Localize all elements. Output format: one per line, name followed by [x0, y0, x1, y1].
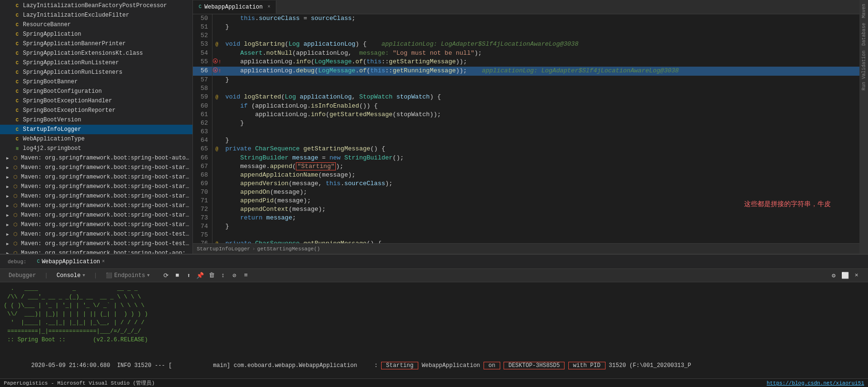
code-line-50: 50 this.sourceClass = sourceClass; — [193, 14, 859, 23]
sidebar-item-spring-app-run-listeners[interactable]: C SpringApplicationRunListeners — [0, 68, 192, 77]
item-icon-maven-autoconfigure: ⬡ — [11, 154, 19, 162]
line-content-65: private CharSequence getStartingMessage(… — [222, 145, 859, 154]
code-line-51: 51} — [193, 23, 859, 31]
breakpoint-icon: ⦿ — [212, 68, 218, 74]
debug-label: debug: — [4, 259, 30, 265]
code-line-57: 57} — [193, 76, 859, 84]
editor-tab-bar: C WebappApplication × — [193, 0, 859, 14]
sidebar-item-spring-boot-version[interactable]: C SpringBootVersion — [0, 115, 192, 125]
bookmark-icon: @ — [215, 241, 218, 243]
clear-button[interactable]: 🗑 — [207, 271, 216, 280]
sidebar-item-startup-info-logger[interactable]: C StartupInfoLogger — [0, 125, 192, 134]
console-output[interactable]: . ____ _ __ _ _ /\\ / ___'_ __ _ _(_)_ _… — [0, 282, 868, 378]
tab-endpoints-dropdown[interactable]: ▼ — [147, 273, 150, 278]
code-line-74: 74} — [193, 222, 859, 231]
sidebar-item-maven-starter-json[interactable]: ▶ ⬡ Maven: org.springframework.boot:spri… — [0, 172, 192, 182]
rerun-button[interactable]: ⟳ — [161, 271, 171, 280]
tab-dropdown[interactable]: ▼ — [82, 273, 85, 278]
line-number-62: 62 — [193, 119, 212, 128]
sidebar-item-spring-app-banner-printer[interactable]: C SpringApplicationBannerPrinter — [0, 39, 192, 49]
code-scroll-area[interactable]: 50 this.sourceClass = sourceClass;51}525… — [193, 14, 859, 243]
cog-button[interactable]: ≡ — [241, 271, 251, 280]
item-label-maven-boot-test-auto: Maven: org.springframework.boot:spring-b… — [21, 240, 191, 247]
tree-arrow-maven-boot-test: ▶ — [4, 230, 11, 238]
maximize-button[interactable]: ⬜ — [840, 271, 850, 280]
sidebar-item-maven-starter-tomcat[interactable]: ▶ ⬡ Maven: org.springframework.boot:spri… — [0, 201, 192, 210]
line-gutter-62 — [212, 119, 222, 128]
tab-console[interactable]: Console ▼ — [52, 270, 90, 281]
tab-close-button[interactable]: × — [267, 4, 270, 10]
line-number-60: 60 — [193, 102, 212, 110]
line-content-58 — [222, 84, 859, 93]
line-number-67: 67 — [193, 162, 212, 171]
scroll-button[interactable]: ↕ — [218, 271, 228, 280]
line-content-55: applicationLog.info(LogMessage.of(this::… — [222, 58, 859, 67]
sidebar-item-maven-aop[interactable]: ▶ ⬡ Maven: org.springframework.boot:spri… — [0, 248, 192, 254]
sidebar-item-lazy-filter[interactable]: C LazyInitializationExcludeFilter — [0, 10, 192, 20]
sidebar-item-maven-starter-web[interactable]: ▶ ⬡ Maven: org.springframework.boot:spri… — [0, 220, 192, 229]
stop-button[interactable]: ■ — [172, 271, 182, 280]
sidebar-item-log4j2[interactable]: ≋ log4j2.springboot — [0, 144, 192, 153]
line-content-74: } — [222, 222, 859, 231]
console-line: \\/ ___)| |_)| | | | | || (_| | ) ) ) ) — [4, 310, 864, 318]
line-content-67: message.append("Starting"); — [222, 162, 859, 171]
item-icon-maven-starter-logging: ⬡ — [11, 183, 19, 190]
code-line-65: 65@private CharSequence getStartingMessa… — [193, 145, 859, 154]
sidebar-item-lazy-factory[interactable]: C LazyInitializationBeanFactoryPostProce… — [0, 1, 192, 10]
tab-close-bottom[interactable]: × — [102, 259, 105, 264]
pin-button[interactable]: 📌 — [195, 271, 205, 280]
tab-debugger[interactable]: Debugger — [4, 270, 41, 281]
tab-webapp-bottom[interactable]: C WebappApplication × — [32, 257, 110, 267]
item-label-resource-banner: ResourceBanner — [23, 21, 71, 28]
restore-button[interactable]: ⬆ — [184, 271, 193, 280]
sidebar-item-spring-application[interactable]: C SpringApplication — [0, 30, 192, 39]
item-label-spring-app-run-listener: SpringApplicationRunListener — [23, 60, 119, 66]
line-gutter-53: @ — [212, 40, 222, 49]
sidebar-item-maven-autoconfigure[interactable]: ▶ ⬡ Maven: org.springframework.boot:spri… — [0, 153, 192, 163]
line-gutter-70 — [212, 188, 222, 197]
sidebar-item-web-app-type[interactable]: C WebApplicationType — [0, 134, 192, 144]
line-gutter-68 — [212, 171, 222, 179]
line-number-54: 54 — [193, 49, 212, 58]
sidebar-item-spring-boot-exc-reporter[interactable]: C SpringBootExceptionReporter — [0, 106, 192, 115]
sidebar-item-maven-boot-test[interactable]: ▶ ⬡ Maven: org.springframework.boot:spri… — [0, 229, 192, 239]
item-label-spring-application: SpringApplication — [23, 31, 81, 38]
sidebar-item-maven-starter-logging[interactable]: ▶ ⬡ Maven: org.springframework.boot:spri… — [0, 182, 192, 191]
settings-button[interactable]: ⚙ — [829, 271, 838, 280]
line-number-75: 75 — [193, 231, 212, 239]
close-panel-button[interactable]: × — [852, 271, 861, 280]
sidebar-item-spring-app-run-listener[interactable]: C SpringApplicationRunListener — [0, 58, 192, 68]
line-number-70: 70 — [193, 188, 212, 197]
line-content-71: appendPid(message); — [222, 197, 859, 205]
sidebar-item-spring-boot-config[interactable]: C SpringBootConfiguration — [0, 87, 192, 96]
csdn-link[interactable]: https://blog.csdn.net/xiaorui51 — [767, 380, 864, 386]
file-tree[interactable]: C LazyInitializationBeanFactoryPostProce… — [0, 0, 193, 254]
sidebar-item-spring-app-ext-kt[interactable]: C SpringApplicationExtensionsKt.class — [0, 49, 192, 58]
tree-arrow-maven-starter-web: ▶ — [4, 221, 11, 228]
line-number-61: 61 — [193, 110, 212, 119]
sidebar-item-maven-starter-validation[interactable]: ▶ ⬡ Maven: org.springframework.boot:spri… — [0, 210, 192, 220]
item-label-maven-starter-tomcat: Maven: org.springframework.boot:spring-b… — [21, 202, 191, 209]
line-content-66: StringBuilder message = new StringBuilde… — [222, 154, 859, 162]
sidebar-item-resource-banner[interactable]: C ResourceBanner — [0, 20, 192, 30]
line-content-73: return message; — [222, 214, 859, 222]
line-gutter-66 — [212, 154, 222, 162]
breakpoint-icon: ⦿ — [212, 59, 218, 65]
line-content-68: appendApplicationName(message); — [222, 171, 859, 179]
sidebar-item-spring-boot-exc-handler[interactable]: C SpringBootExceptionHandler — [0, 96, 192, 106]
tree-arrow-maven-starter-json: ▶ — [4, 173, 11, 181]
tab-endpoints[interactable]: ⬛ Endpoints ▼ — [101, 270, 154, 281]
sidebar-item-spring-boot-banner[interactable]: C SpringBootBanner — [0, 77, 192, 87]
console-toolbar: Debugger | Console ▼ | ⬛ Endpoints ▼ ⟳ ■… — [0, 269, 868, 282]
sidebar-item-maven-starter[interactable]: ▶ ⬡ Maven: org.springframework.boot:spri… — [0, 163, 192, 172]
filter-button[interactable]: ⊘ — [230, 271, 239, 280]
editor-tab-webapp[interactable]: C WebappApplication × — [193, 0, 276, 14]
bottom-panel: debug: C WebappApplication × Debugger | … — [0, 254, 868, 387]
line-number-68: 68 — [193, 171, 212, 179]
item-icon-spring-boot-version: C — [13, 116, 21, 124]
sidebar-item-maven-starter-test[interactable]: ▶ ⬡ Maven: org.springframework.boot:spri… — [0, 191, 192, 201]
line-gutter-67 — [212, 162, 222, 171]
taskbar-label: PaperLogistics - Microsoft Visual Studio… — [4, 379, 155, 387]
sidebar-item-maven-boot-test-auto[interactable]: ▶ ⬡ Maven: org.springframework.boot:spri… — [0, 239, 192, 248]
item-label-spring-boot-exc-reporter: SpringBootExceptionReporter — [23, 107, 115, 114]
